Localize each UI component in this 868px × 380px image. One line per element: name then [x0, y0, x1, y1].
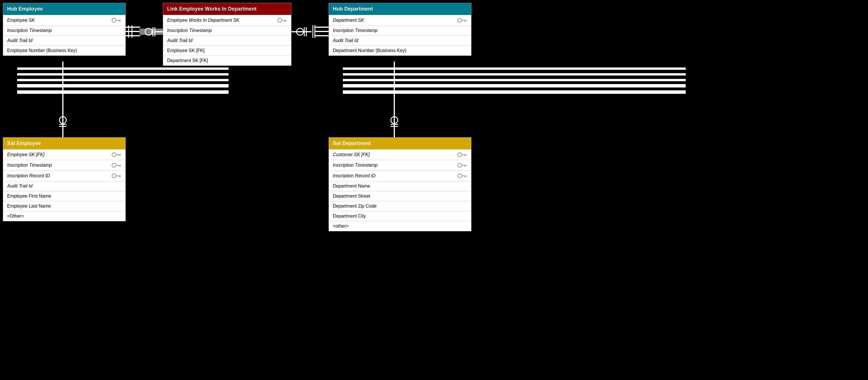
sat-employee-row-2: Inscription Record ID: [3, 170, 125, 181]
sat-department-field-3: Department Name: [333, 183, 370, 189]
svg-rect-5: [140, 29, 165, 35]
sat-department-header: Sat Department: [329, 138, 471, 149]
sat-department-field-0: Customer SK [FK]: [333, 152, 370, 157]
hub-department-row-2: Audit Trail Id: [329, 35, 471, 46]
sat-employee-field-5: Employee Last Name: [7, 204, 51, 209]
hub-department-row-0: Department SK: [329, 15, 471, 25]
sat-department-row-4: Department Street: [329, 191, 471, 201]
sat-department-row-7: <other>: [329, 221, 471, 231]
sat-employee-field-3: Audit Trail Id: [7, 183, 33, 189]
link-employee-row-2: Audit Trail Id: [163, 35, 291, 46]
sat-employee-header: Sat Employee: [3, 138, 125, 149]
svg-point-69: [458, 174, 462, 178]
link-employee-row-0: Employee Works In Department SK: [163, 15, 291, 25]
hub-department-field-3: Department Number (Business Key): [333, 48, 406, 53]
sat-department-field-7: <other>: [333, 224, 348, 229]
svg-point-41: [278, 18, 282, 22]
hub-employee-table: Hub Employee Employee SK Inscription Tim…: [3, 3, 126, 56]
key-icon-0: [111, 18, 121, 23]
sat-department-row-5: Department Zip Code: [329, 201, 471, 211]
key-icon-satemp-2: [111, 173, 121, 179]
sat-employee-row-4: Employee First Name: [3, 191, 125, 201]
link-employee-field-1: Inscription Timestamp: [167, 28, 212, 33]
sat-employee-row-6: <Other>: [3, 211, 125, 221]
key-icon-link-0: [277, 18, 287, 23]
sat-employee-row-0: Employee SK [FK]: [3, 149, 125, 160]
link-employee-table: Link Employee Works In Department Employ…: [163, 3, 291, 66]
key-icon-satdept-2: [457, 173, 467, 179]
svg-point-6: [145, 28, 152, 35]
hub-department-field-0: Department SK: [333, 18, 364, 23]
svg-point-65: [458, 163, 462, 167]
sat-department-row-0: Customer SK [FK]: [329, 149, 471, 160]
hub-department-table: Hub Department Department SK Inscription…: [329, 3, 471, 56]
sat-employee-row-3: Audit Trail Id: [3, 181, 125, 191]
svg-point-57: [112, 174, 116, 178]
link-employee-field-0: Employee Works In Department SK: [167, 18, 240, 23]
sat-department-row-3: Department Name: [329, 181, 471, 191]
key-icon-satdept-0: [457, 152, 467, 157]
sat-department-field-4: Department Street: [333, 194, 370, 199]
hub-employee-field-3: Employee Number (Business Key): [7, 48, 77, 53]
svg-point-61: [458, 153, 462, 157]
sat-employee-field-6: <Other>: [7, 213, 24, 219]
svg-point-53: [112, 163, 116, 167]
svg-point-11: [297, 28, 303, 35]
hub-department-row-3: Department Number (Business Key): [329, 46, 471, 56]
sat-employee-row-5: Employee Last Name: [3, 201, 125, 211]
hub-employee-field-1: Inscription Timestamp: [7, 28, 52, 33]
svg-point-34: [391, 117, 398, 123]
sat-department-field-2: Inscription Record ID: [333, 173, 375, 178]
sat-department-row-6: Department City: [329, 211, 471, 221]
hub-employee-header: Hub Employee: [3, 3, 125, 15]
hub-employee-field-0: Employee SK: [7, 18, 35, 23]
key-icon-hubdept-0: [457, 18, 467, 23]
svg-point-49: [112, 153, 116, 157]
sat-department-field-5: Department Zip Code: [333, 204, 377, 209]
link-employee-field-3: Employee SK [FK]: [167, 48, 205, 53]
sat-department-field-1: Inscription Timestamp: [333, 163, 377, 168]
hub-employee-row-1: Inscription Timestamp: [3, 25, 125, 35]
hub-employee-field-2: Audit Trail Id: [7, 38, 33, 43]
svg-point-45: [458, 18, 462, 22]
diagram-container: Hub Employee Employee SK Inscription Tim…: [0, 0, 868, 380]
hub-department-row-1: Inscription Timestamp: [329, 25, 471, 35]
key-icon-satemp-0: [111, 152, 121, 157]
svg-point-37: [112, 18, 116, 22]
link-employee-field-4: Department SK [FK]: [167, 58, 208, 63]
link-employee-row-4: Department SK [FK]: [163, 56, 291, 65]
sat-department-row-2: Inscription Record ID: [329, 170, 471, 181]
sat-employee-table: Sat Employee Employee SK [FK] Inscriptio…: [3, 137, 126, 221]
key-icon-satdept-1: [457, 163, 467, 168]
sat-employee-field-4: Employee First Name: [7, 194, 51, 199]
hub-employee-row-3: Employee Number (Business Key): [3, 46, 125, 56]
sat-employee-field-2: Inscription Record ID: [7, 173, 50, 178]
sat-employee-row-1: Inscription Timestamp: [3, 160, 125, 170]
sat-employee-field-1: Inscription Timestamp: [7, 163, 52, 168]
key-icon-satemp-1: [111, 163, 121, 168]
link-employee-row-1: Inscription Timestamp: [163, 25, 291, 35]
sat-department-field-6: Department City: [333, 213, 366, 219]
sat-department-table: Sat Department Customer SK [FK] Inscript…: [329, 137, 471, 231]
svg-point-25: [59, 117, 66, 123]
hub-department-field-2: Audit Trail Id: [333, 38, 358, 43]
hub-employee-row-0: Employee SK: [3, 15, 125, 25]
sat-employee-field-0: Employee SK [FK]: [7, 152, 44, 157]
hub-employee-row-2: Audit Trail Id: [3, 35, 125, 46]
hub-department-field-1: Inscription Timestamp: [333, 28, 377, 33]
link-employee-field-2: Audit Trail Id: [167, 38, 193, 43]
sat-department-row-1: Inscription Timestamp: [329, 160, 471, 170]
link-employee-header: Link Employee Works In Department: [163, 3, 291, 15]
hub-department-header: Hub Department: [329, 3, 471, 15]
link-employee-row-3: Employee SK [FK]: [163, 46, 291, 56]
